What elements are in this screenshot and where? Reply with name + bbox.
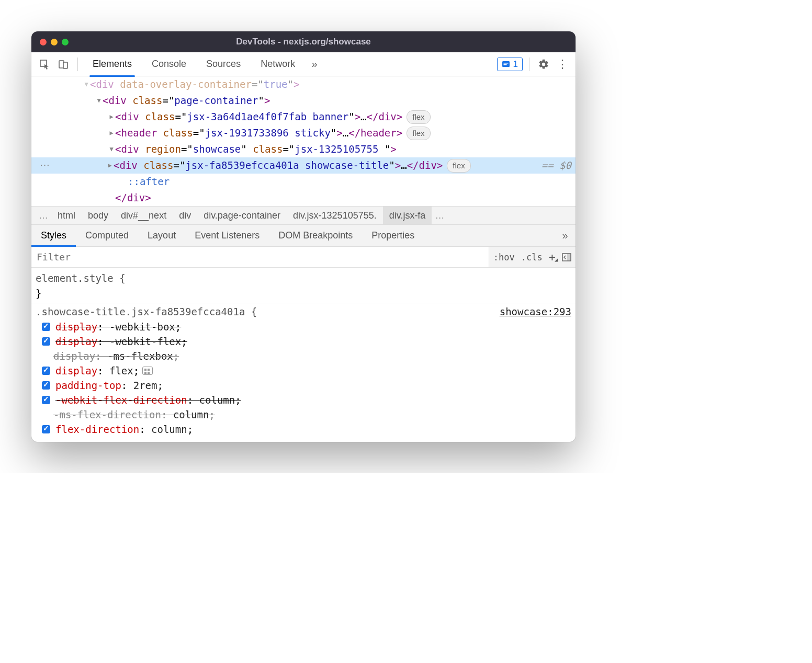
expand-twisty-icon[interactable]: ▶ [108,128,115,138]
dom-node-html: <div data-overlay-container="true"> [90,76,299,92]
dom-row[interactable]: </div> [31,190,576,206]
breadcrumb-item-selected[interactable]: div.jsx-fa [383,207,432,224]
svg-rect-2 [63,62,67,68]
selector-text: .showcase-title.jsx-fa8539efcca401a [36,306,245,317]
tab-console[interactable]: Console [143,52,195,76]
tab-sources[interactable]: Sources [198,52,249,76]
css-value: flex [109,365,133,376]
flex-editor-icon[interactable] [142,367,153,375]
tab-elements[interactable]: Elements [84,52,140,76]
breadcrumb-item[interactable]: div#__next [115,207,173,224]
styles-filter-input[interactable] [31,247,489,267]
close-window-button[interactable] [40,39,47,45]
issues-button[interactable]: 1 [497,58,523,71]
selected-dollar-zero: == $0 [542,157,576,173]
source-link[interactable]: showcase:293 [500,304,571,319]
inspect-icon[interactable] [37,56,52,72]
style-declaration[interactable]: flex-direction: column; [36,422,571,437]
css-property: display [53,350,95,362]
css-value: column [173,409,209,420]
breadcrumb-item[interactable]: div.jsx-1325105755. [287,207,383,224]
css-property: display [55,336,97,347]
dom-row[interactable]: ▶<header class="jsx-1931733896 sticky">…… [31,125,576,141]
expand-twisty-icon[interactable]: ▼ [83,79,90,89]
style-declaration[interactable]: display: -webkit-flex; [36,334,571,349]
layout-badge[interactable]: flex [407,110,430,124]
css-value: column [199,394,235,406]
dom-node-html: <header class="jsx-1931733896 sticky">…<… [115,125,402,141]
toggle-declaration-checkbox[interactable] [42,337,50,346]
toggle-declaration-checkbox[interactable] [42,396,50,404]
expand-twisty-icon[interactable]: ▶ [108,112,115,122]
svg-rect-5 [503,64,506,65]
more-subtabs-icon[interactable]: » [560,228,576,244]
css-value: -webkit-flex [109,336,181,347]
dom-row[interactable]: ▶<div class="jsx-3a64d1ae4f0f7fab banner… [31,109,576,125]
devtools-window: DevTools - nextjs.org/showcase Elements … [31,31,576,442]
dom-row[interactable]: ⋯▶<div class="jsx-fa8539efcca401a showca… [31,157,576,174]
layout-badge[interactable]: flex [447,159,470,173]
breadcrumb: … html body div#__next div div.page-cont… [31,206,576,225]
new-style-rule-icon[interactable]: +◢ [549,250,556,264]
css-value: -ms-flexbox [107,350,173,362]
dom-node-html: <div class="page-container"> [103,93,270,108]
dom-node-html: <div class="jsx-3a64d1ae4f0f7fab banner"… [115,109,402,124]
breadcrumb-item[interactable]: body [82,207,115,224]
device-toggle-icon[interactable] [55,56,71,72]
toggle-declaration-checkbox[interactable] [42,367,50,375]
breadcrumb-item[interactable]: div [173,207,197,224]
style-declaration[interactable]: -ms-flex-direction: column; [36,407,571,422]
subtab-event-listeners[interactable]: Event Listeners [185,225,269,246]
tab-network[interactable]: Network [252,52,303,76]
subtab-layout[interactable]: Layout [138,225,185,246]
toggle-declaration-checkbox[interactable] [42,323,50,331]
subtab-properties[interactable]: Properties [362,225,424,246]
breadcrumb-trailing-overflow[interactable]: … [432,210,447,221]
dom-tree[interactable]: ▼<div data-overlay-container="true">▼<di… [31,76,576,206]
dom-row[interactable]: ▼<div region="showcase" class="jsx-13251… [31,141,576,157]
titlebar: DevTools - nextjs.org/showcase [31,31,576,52]
toggle-declaration-checkbox[interactable] [42,381,50,390]
settings-icon[interactable] [536,56,551,72]
dom-row[interactable]: ▼<div class="page-container"> [31,93,576,109]
dom-row[interactable]: ▼<div data-overlay-container="true"> [31,76,576,93]
style-declaration[interactable]: padding-top: 2rem; [36,378,571,393]
css-property: display [55,365,97,376]
expand-twisty-icon[interactable]: ▼ [95,96,103,106]
maximize-window-button[interactable] [62,39,69,45]
toggle-hov-button[interactable]: :hov [493,252,515,262]
svg-rect-7 [567,254,571,261]
dom-row[interactable]: ::after [31,174,576,190]
css-property: display [55,321,97,333]
more-tabs-icon[interactable]: » [307,56,322,72]
css-value: column [151,424,187,435]
style-declaration[interactable]: display: -ms-flexbox; [36,349,571,363]
rule-element-style[interactable]: element.style { } [31,270,576,303]
kebab-menu-icon[interactable]: ⋮ [555,56,570,72]
style-declaration[interactable]: display: flex; [36,363,571,378]
issues-count: 1 [513,59,518,70]
style-declaration[interactable]: -webkit-flex-direction: column; [36,393,571,407]
breadcrumb-item[interactable]: div.page-container [197,207,287,224]
layout-badge[interactable]: flex [407,127,430,140]
subtab-computed[interactable]: Computed [76,225,138,246]
style-declaration[interactable]: display: -webkit-box; [36,319,571,334]
expand-twisty-icon[interactable]: ▶ [106,161,114,170]
subtab-dom-breakpoints[interactable]: DOM Breakpoints [269,225,362,246]
rule-showcase-title[interactable]: .showcase-title.jsx-fa8539efcca401a { sh… [31,303,576,438]
separator [529,58,529,71]
css-property: padding-top [55,380,121,391]
row-actions-icon[interactable]: ⋯ [37,157,51,173]
css-value: -webkit-box [109,321,175,333]
svg-rect-4 [503,63,508,64]
subtab-styles[interactable]: Styles [31,225,76,246]
styles-pane: element.style { } .showcase-title.jsx-fa… [31,268,576,442]
separator [77,58,78,71]
toggle-computed-sidebar-icon[interactable] [562,253,571,262]
expand-twisty-icon[interactable]: ▼ [108,144,115,154]
breadcrumb-leading-overflow[interactable]: … [36,210,51,221]
toggle-cls-button[interactable]: .cls [521,252,543,262]
minimize-window-button[interactable] [51,39,58,45]
toggle-declaration-checkbox[interactable] [42,425,50,433]
breadcrumb-item[interactable]: html [51,207,82,224]
